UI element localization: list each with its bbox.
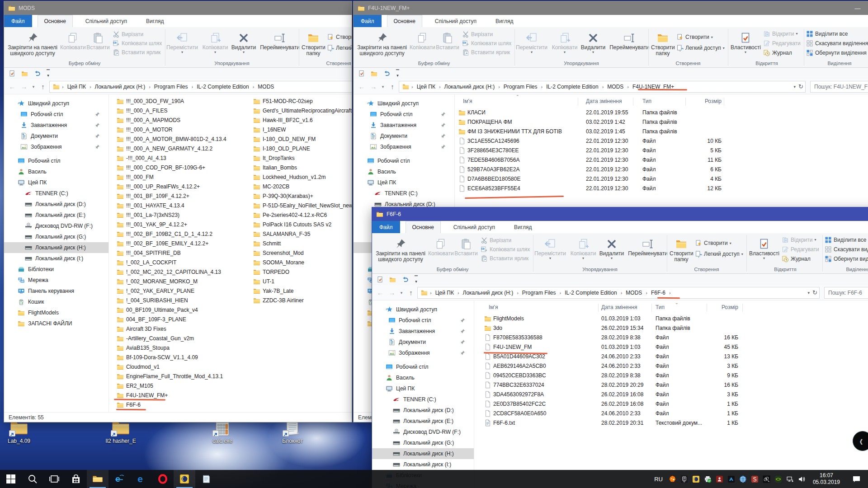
folder-list-item[interactable]: !_002_MORANE_MORKO_M	[117, 277, 250, 286]
task-view-button[interactable]	[43, 470, 65, 488]
file-explorer-button[interactable]	[87, 470, 108, 488]
gold-d-app-button[interactable]	[174, 470, 195, 488]
file-row[interactable]: FlightModels 01.03.2019 1:03 Папка файлі…	[481, 314, 868, 324]
file-row[interactable]: КЛАСИ 22.01.2019 19:55 Папка файлів	[455, 108, 868, 117]
gold-d-tray-icon[interactable]	[692, 475, 700, 483]
sidebar-item[interactable]: Робочий стіл	[372, 315, 474, 326]
qat-properties-icon[interactable]	[358, 70, 365, 77]
forward-button[interactable]: →	[368, 83, 379, 90]
globe-tray-icon[interactable]	[739, 475, 747, 483]
column-header-name[interactable]: Ім'я	[463, 98, 472, 104]
search-button[interactable]	[22, 470, 43, 488]
tab-view[interactable]: Вигляд	[508, 221, 538, 233]
folder-list-item[interactable]: !!!_000_A_MOTOR	[117, 125, 250, 134]
folder-list-item[interactable]: UT-1	[253, 277, 352, 286]
sidebar-item[interactable]: Локальний диск (G:)	[4, 231, 108, 242]
address-bar[interactable]: › Цей ПК › Локальний диск (H:) › Program…	[417, 287, 820, 299]
tab-share[interactable]: Спільний доступ	[447, 221, 501, 233]
sidebar-item[interactable]: Робочий стіл	[354, 109, 454, 120]
file-row[interactable]: 7EDE5B4606B7056A 22.01.2019 12:30 Файл 1…	[455, 155, 868, 165]
folder-list-item[interactable]: !!!_000_FM	[117, 172, 250, 182]
forward-button[interactable]: →	[19, 83, 29, 90]
folder-list-item[interactable]: Pe-2series402-4.12.x-RC6	[253, 210, 352, 220]
sidebar-item[interactable]: Мережа	[4, 275, 108, 286]
sidebar-item[interactable]: Кошик	[4, 296, 108, 307]
folder-list-item[interactable]: AviaB135_Stoupa	[117, 343, 250, 352]
sidebar-item[interactable]: Локальний диск (H:)	[372, 448, 474, 459]
titlebar[interactable]: MODS	[4, 1, 352, 15]
column-header-date[interactable]: Дата змінення	[601, 304, 637, 310]
folder-list-item[interactable]: Bf-109-Dora-SCW_V1.1_4.09	[117, 352, 250, 362]
avast-tray-icon[interactable]	[669, 475, 676, 483]
sidebar-item[interactable]: Документи	[354, 131, 454, 141]
sidebar-item[interactable]: Робочий стіл	[354, 155, 454, 166]
tab-home[interactable]: Основне	[387, 15, 422, 27]
sidebar-item[interactable]: Завантаження	[4, 120, 108, 131]
qat-customize-icon[interactable]: ▔▾	[396, 70, 399, 77]
folder-list-item[interactable]: Gerd's_UltimateReciprocatingAircrafts_	[253, 106, 352, 115]
folder-list-item[interactable]: !!!_001_HAYATE_4.13.4	[117, 201, 250, 210]
folder-list-item[interactable]: !!!_000_A_NEW_GARMATY_4.12.2	[117, 144, 250, 153]
folder-list-item[interactable]: !!!_000_A_MOTOR_BMW-801D-2_4.13.4	[117, 134, 250, 144]
breadcrumb-segment[interactable]: IL-2 Complete Edition ›	[562, 290, 623, 296]
folder-list-item[interactable]: PolPack I16 Cutouts SAS v2	[253, 220, 352, 229]
sidebar-item[interactable]: Швидкий доступ	[372, 304, 474, 315]
folder-list-item[interactable]: Aircraft 3D Fixes	[117, 324, 250, 333]
qat-new-folder-icon[interactable]	[389, 276, 396, 283]
file-row[interactable]: F8708E5835336588 28.02.2019 8:38 Файл 16…	[481, 333, 868, 343]
folder-list-item[interactable]: F51-MOD-RC-02sep	[253, 96, 352, 106]
sidebar-item[interactable]: Василь	[4, 166, 108, 177]
sidebar-item[interactable]: Швидкий доступ	[4, 98, 108, 109]
tab-home[interactable]: Основне	[406, 221, 441, 233]
folder-list-item[interactable]: -Artillery_Coastal_Gun_v2m	[117, 333, 250, 343]
epic-games-tray-icon[interactable]	[680, 475, 688, 483]
minimize-button[interactable]: —	[847, 1, 868, 15]
qat-customize-icon[interactable]: ▔▾	[415, 276, 418, 283]
refresh-icon[interactable]: ↻	[812, 289, 817, 296]
breadcrumb-segment[interactable]: MODS ›	[604, 84, 630, 90]
qat-new-folder-icon[interactable]	[21, 70, 28, 77]
sidebar-item[interactable]: Зображення	[354, 141, 454, 152]
forward-button[interactable]: →	[387, 289, 397, 296]
qat-properties-icon[interactable]	[9, 70, 15, 77]
action-center-button[interactable]	[847, 475, 865, 483]
folder-list-item[interactable]: SALAMANRA_F-35	[253, 229, 352, 239]
folder-list-item[interactable]: Screenshot_Mod	[253, 248, 352, 258]
recent-locations-icon[interactable]: ▾	[380, 84, 386, 89]
sidebar-item[interactable]: Дисковод DVD-RW (F:)	[372, 427, 474, 437]
qat-undo-icon[interactable]	[402, 276, 409, 283]
sidebar-item[interactable]: Дисковод DVD-RW (F:)	[4, 221, 108, 231]
tab-share[interactable]: Спільний доступ	[79, 15, 133, 27]
sidebar-item[interactable]: Робочий стіл	[4, 155, 108, 166]
folder-list-item[interactable]: Schmitt	[253, 239, 352, 248]
file-row[interactable]: ECE6A8523BFF55E4 22.01.2019 12:30 Файл 1…	[455, 184, 868, 193]
file-row[interactable]: F4U-1NEW_FM 01.03.2019 1:03 Файл 45 КБ	[481, 343, 868, 352]
breadcrumb-segment[interactable]: F6F-6 ›	[648, 290, 672, 296]
sidebar-item[interactable]: Локальний диск (I:)	[372, 459, 474, 470]
sidebar-item[interactable]: Зображення	[372, 347, 474, 358]
sidebar-item[interactable]: Локальний диск (D:)	[4, 199, 108, 210]
qat-new-folder-icon[interactable]	[371, 70, 377, 77]
sidebar-item[interactable]: Панель керування	[4, 286, 108, 296]
breadcrumb-segment[interactable]: Локальний диск (H:) ›	[92, 84, 151, 90]
file-row[interactable]: 3do 26.02.2019 15:34 Папка файлів	[481, 324, 868, 333]
folder-list-item[interactable]: !!!_001_YAK_9P_4.12.2+	[117, 220, 250, 229]
up-button[interactable]: ↑	[387, 83, 398, 90]
sidebar-item[interactable]: Бібліотеки	[4, 264, 108, 275]
folder-list-item[interactable]: !!!_000_COD_FOR_BF-109G-6+	[117, 163, 250, 172]
folder-list-item[interactable]: -!!!_000_AI_4.13	[117, 153, 250, 163]
tab-home[interactable]: Основне	[38, 15, 73, 27]
file-row[interactable]: ФМ ІЗ ЗНИЖЕНИМИ ТТХ ДЛЯ БОТІВ 03.02.2019…	[455, 127, 868, 136]
sidebar-item[interactable]: ЗАПАСНІ ФАЙЛИ	[4, 318, 108, 329]
asus-tray-icon[interactable]	[727, 475, 735, 483]
back-button[interactable]: ←	[375, 289, 386, 296]
folder-list-item[interactable]: 004_BF_109F-3_PLANE	[117, 314, 250, 324]
sidebar-item[interactable]: Локальний диск (H:)	[4, 242, 108, 253]
column-header-type[interactable]: Тип	[642, 98, 651, 104]
file-row[interactable]: 3C1AE55CA1245696 22.01.2019 12:30 Файл 1…	[455, 136, 868, 146]
sidebar-item[interactable]: Цей ПК	[354, 177, 454, 188]
qat-undo-icon[interactable]	[383, 70, 390, 77]
s-red-tray-icon[interactable]	[751, 475, 759, 483]
sidebar-item[interactable]: Швидкий доступ	[354, 98, 454, 109]
language-indicator[interactable]: RU	[652, 476, 665, 483]
